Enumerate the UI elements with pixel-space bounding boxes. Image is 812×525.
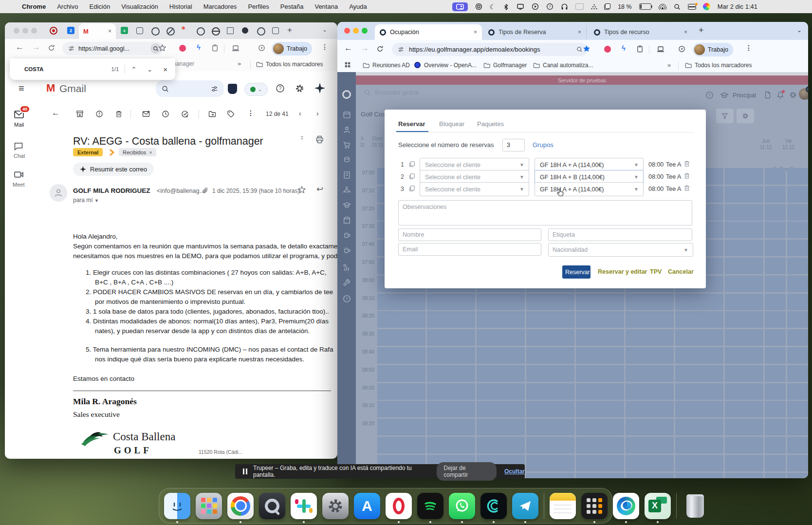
dock-notes-icon[interactable] <box>550 493 576 519</box>
reserve-button[interactable]: Reservar <box>562 265 591 279</box>
tab-globe[interactable] <box>212 27 220 36</box>
bookmark-star-filled-icon[interactable] <box>583 45 591 53</box>
row-time[interactable]: 08:00 <box>648 186 664 192</box>
dock-calculator-icon[interactable] <box>581 493 608 519</box>
rail-mail-label[interactable]: Mail <box>14 122 24 128</box>
window-minimize-button[interactable] <box>22 28 28 34</box>
settings-gear-icon[interactable] <box>295 84 304 93</box>
forward-icon[interactable]: → <box>32 42 40 52</box>
older-email-icon[interactable]: › <box>316 110 319 117</box>
tab-search-chevron[interactable]: ⌄ <box>797 27 802 34</box>
airplay-icon[interactable] <box>475 3 482 10</box>
bookmark-item[interactable]: Overview - OpenA... <box>424 62 477 69</box>
delete-row-icon[interactable] <box>683 185 690 191</box>
menu-visualizacion[interactable]: Visualización <box>121 3 158 10</box>
report-spam-icon[interactable] <box>95 110 103 118</box>
dock-chrome-icon[interactable] <box>227 493 254 519</box>
forward-icon[interactable]: → <box>361 43 369 53</box>
sender-name[interactable]: GOLF MILA RODRIGUEZ <box>73 187 150 194</box>
row-time[interactable]: 08:00 <box>648 173 664 180</box>
bookmark-item[interactable]: Golfmanager <box>493 62 527 69</box>
extension-clipboard-icon[interactable] <box>211 44 219 52</box>
dock-edge-icon[interactable] <box>613 493 639 519</box>
all-bookmarks-label[interactable]: Todos los marcadores <box>695 62 752 69</box>
tab-asterisk[interactable]: * <box>182 24 185 35</box>
tab-close-icon[interactable]: × <box>108 28 111 35</box>
reload-icon[interactable] <box>48 44 55 52</box>
tab-tipos-recurso[interactable]: Tipos de recurso × <box>589 26 692 38</box>
count-input[interactable] <box>502 139 525 151</box>
display-icon[interactable] <box>517 3 524 10</box>
duplicate-row-icon[interactable] <box>408 185 415 192</box>
tab-gmail-active[interactable]: M × <box>79 23 116 39</box>
control-center-icon[interactable] <box>688 4 696 10</box>
screen-sharing-indicator[interactable] <box>452 2 468 11</box>
name-field[interactable] <box>398 228 541 241</box>
reload-icon[interactable] <box>376 45 384 53</box>
label-inbox[interactable]: Recibidos × <box>119 148 156 156</box>
tab-book[interactable] <box>227 27 234 34</box>
tab-app1[interactable] <box>136 27 143 34</box>
tab-ocupacion-active[interactable]: Ocupación × <box>375 24 482 40</box>
row-tee[interactable]: Tee A <box>666 161 681 168</box>
profile-chip[interactable]: Trabajo <box>272 42 312 56</box>
bookmark-fragment[interactable]: nanager <box>173 60 194 67</box>
add-task-icon[interactable] <box>181 110 189 118</box>
move-to-icon[interactable] <box>208 110 216 118</box>
product-select[interactable]: GF 18H A + A (114,00€)▼ <box>535 182 644 196</box>
url-text[interactable]: https://eu.golfmanager.app/demoalex/book… <box>409 46 540 53</box>
bookmark-star-icon[interactable] <box>159 44 166 52</box>
bluetooth-icon[interactable] <box>503 3 509 10</box>
find-next-icon[interactable]: ⌄ <box>147 66 152 73</box>
site-info-icon[interactable] <box>68 45 74 52</box>
dock-slack-icon[interactable] <box>291 493 317 519</box>
address-bar[interactable]: https://mail.googl... <box>62 42 164 55</box>
shield-icon[interactable] <box>228 84 237 94</box>
tab-app5[interactable] <box>257 27 265 36</box>
extension-bolt-icon[interactable]: ϟ <box>197 43 201 51</box>
url-text[interactable]: https://mail.googl... <box>78 45 129 52</box>
tab-close-icon[interactable]: × <box>578 29 581 36</box>
label-icon[interactable] <box>227 110 235 118</box>
back-icon[interactable]: ← <box>344 43 352 53</box>
dock-telegram-icon[interactable] <box>512 493 538 519</box>
email-to[interactable]: para mí ▼ <box>73 197 99 204</box>
tab-close-icon[interactable]: × <box>474 29 477 36</box>
tab-app4[interactable] <box>197 27 205 36</box>
hamburger-icon[interactable]: ≡ <box>18 83 24 94</box>
summarize-button[interactable]: Resumir este correo <box>73 163 154 176</box>
lighthouse-icon[interactable] <box>678 45 685 53</box>
observations-textarea[interactable] <box>398 200 692 225</box>
wifi-icon[interactable] <box>659 4 666 10</box>
menu-perfiles[interactable]: Perfiles <box>248 3 269 10</box>
search-icon[interactable] <box>162 85 169 93</box>
battery-icon[interactable] <box>639 3 651 10</box>
chrome-menu-icon[interactable]: ⋮ <box>321 43 328 51</box>
snooze-icon[interactable] <box>162 110 169 118</box>
menu-pestana[interactable]: Pestaña <box>280 3 304 10</box>
print-icon[interactable] <box>315 135 324 144</box>
dock-opera-icon[interactable] <box>386 493 412 519</box>
extension-pink-icon[interactable] <box>604 46 611 53</box>
window-minimize-button[interactable] <box>353 28 359 34</box>
menu-historial[interactable]: Historial <box>169 3 192 10</box>
more-options-icon[interactable]: ⋮ <box>247 109 254 117</box>
reply-icon[interactable]: ↩ <box>316 184 323 194</box>
bookmarks-overflow-icon[interactable]: » <box>667 61 671 69</box>
label-remove-icon[interactable]: × <box>149 150 152 155</box>
gmail-search-bar[interactable] <box>156 80 224 97</box>
window-close-button[interactable] <box>344 28 350 34</box>
spotlight-icon[interactable] <box>674 3 681 10</box>
tab-openai[interactable] <box>242 27 248 34</box>
shortcuts-icon[interactable] <box>546 3 554 10</box>
menu-archivo[interactable]: Archivo <box>57 3 78 10</box>
find-close-icon[interactable]: × <box>163 65 167 74</box>
dock-camo-icon[interactable] <box>480 493 507 519</box>
hide-button[interactable]: Ocultar <box>504 468 525 475</box>
tab-record[interactable] <box>50 27 57 35</box>
rail-chat-label[interactable]: Chat <box>14 153 25 159</box>
stop-sharing-button[interactable]: Dejar de compartir <box>437 462 497 481</box>
focus-moon-icon[interactable]: ☾ <box>490 3 496 11</box>
row-time[interactable]: 08:00 <box>648 161 664 168</box>
window-zoom-button[interactable] <box>31 28 37 34</box>
